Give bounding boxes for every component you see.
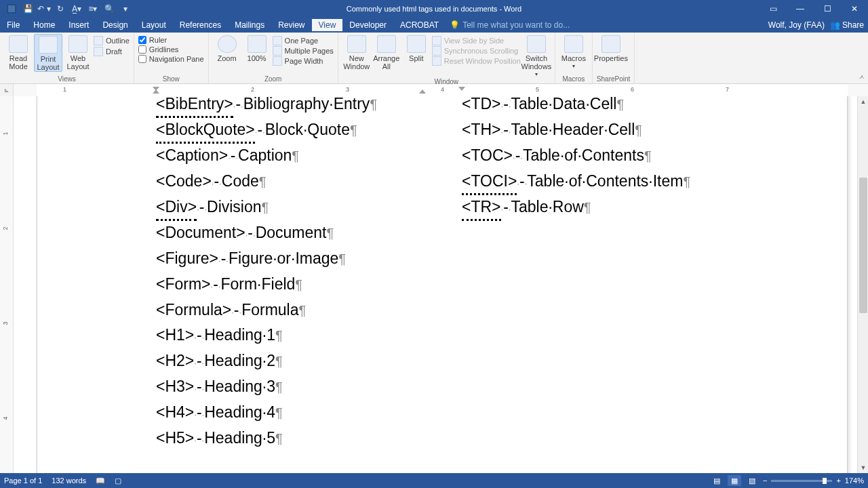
word-icon[interactable]	[4, 1, 19, 16]
properties-button[interactable]: Properties	[597, 34, 625, 62]
tab-developer[interactable]: Developer	[342, 19, 393, 31]
zoom-100-button[interactable]: 100%	[243, 34, 271, 62]
tab-review[interactable]: Review	[271, 19, 311, 31]
paragraph[interactable]: <Figure>·-·Figure·or·Image¶	[156, 246, 448, 272]
paragraph[interactable]: <Div>·-·Division¶	[156, 195, 448, 220]
paragraph[interactable]: <Form>·-·Form·Field¶	[156, 272, 448, 298]
zoom-100-icon	[248, 35, 267, 53]
paragraph[interactable]: <H3>·-·Heading·3¶	[156, 374, 448, 400]
svg-marker-4	[419, 89, 426, 94]
zoom-percent[interactable]: 174%	[845, 476, 864, 485]
scroll-up-icon[interactable]: ▲	[858, 96, 868, 107]
page: <BibEntry>·-·Bibliography·Entry¶<BlockQu…	[37, 96, 848, 473]
column-marker[interactable]	[419, 84, 426, 96]
paragraph[interactable]: <Caption>·-·Caption¶	[156, 143, 448, 169]
word-count[interactable]: 132 words	[52, 476, 86, 485]
tab-layout[interactable]: Layout	[135, 19, 173, 31]
arrange-all-button[interactable]: Arrange All	[372, 34, 401, 70]
paragraph[interactable]: <TD>·-·Table·Data·Cell¶	[462, 96, 753, 117]
maximize-icon[interactable]: ☐	[814, 0, 841, 18]
collapse-ribbon-icon[interactable]: ㅅ	[859, 73, 865, 82]
web-layout-button[interactable]: Web Layout	[64, 34, 92, 70]
paragraph[interactable]: <TR>·-·Table·Row¶	[462, 195, 753, 220]
page-area[interactable]: <BibEntry>·-·Bibliography·Entry¶<BlockQu…	[14, 96, 857, 473]
tab-acrobat[interactable]: ACROBAT	[393, 19, 446, 31]
outline-icon	[94, 36, 103, 45]
view-print-icon[interactable]: ▦	[728, 475, 741, 486]
format-icon[interactable]: A̲▾	[69, 1, 84, 16]
tab-mailings[interactable]: Mailings	[228, 19, 271, 31]
paragraph[interactable]: <H5>·-·Heading·5¶	[156, 426, 448, 451]
spacing-icon[interactable]: ≡▾	[85, 1, 100, 16]
share-button[interactable]: 👥 Share	[830, 20, 864, 30]
scroll-down-icon[interactable]: ▼	[858, 462, 868, 473]
page-width-button[interactable]: Page Width	[273, 56, 334, 66]
paragraph[interactable]: <H4>·-·Heading·4¶	[156, 400, 448, 426]
paragraph[interactable]: <H2>·-·Heading·2¶	[156, 348, 448, 374]
ribbon: Read Mode Print Layout Web Layout Outlin…	[0, 33, 868, 84]
ribbon-options-icon[interactable]: ▭	[760, 0, 787, 18]
qat-more-icon[interactable]: ▾	[118, 1, 133, 16]
tab-insert[interactable]: Insert	[62, 19, 96, 31]
paragraph[interactable]: <BibEntry>·-·Bibliography·Entry¶	[156, 96, 448, 117]
quick-access-toolbar: 💾 ↶ ▾ ↻ A̲▾ ≡▾ 🔍 ▾	[0, 1, 133, 16]
navigation-pane-checkbox[interactable]: Navigation Pane	[138, 55, 204, 63]
tab-home[interactable]: Home	[26, 19, 62, 31]
print-layout-icon	[39, 36, 58, 54]
zoom-icon	[218, 35, 237, 53]
macros-button[interactable]: Macros▾	[559, 34, 588, 70]
indent-marker[interactable]	[153, 84, 159, 96]
preview-icon[interactable]: 🔍	[102, 1, 117, 16]
zoom-thumb[interactable]	[823, 478, 827, 484]
gridlines-checkbox[interactable]: Gridlines	[138, 45, 204, 54]
paragraph[interactable]: <TOC>·-·Table·of·Contents¶	[462, 143, 753, 169]
tab-file[interactable]: File	[0, 19, 26, 31]
ruler-checkbox[interactable]: Ruler	[138, 36, 204, 44]
scrollbar-vertical[interactable]: ▲ ▼	[857, 96, 868, 473]
paragraph[interactable]: <BlockQuote>·-·Block·Quote¶	[156, 117, 448, 143]
outline-button[interactable]: Outline	[94, 36, 130, 45]
user-name[interactable]: Wolf, Joy (FAA)	[768, 20, 825, 30]
document-body[interactable]: <BibEntry>·-·Bibliography·Entry¶<BlockQu…	[37, 96, 847, 473]
page-indicator[interactable]: Page 1 of 1	[4, 476, 42, 485]
save-icon[interactable]: 💾	[20, 1, 35, 16]
one-page-button[interactable]: One Page	[273, 36, 334, 45]
paragraph[interactable]: <Formula>·-·Formula¶	[156, 298, 448, 323]
proofing-icon[interactable]: 📖	[96, 476, 105, 485]
side-by-side-icon	[432, 36, 441, 45]
draft-button[interactable]: Draft	[94, 47, 130, 56]
ruler-vertical[interactable]: 1 2 3 4	[0, 96, 14, 473]
zoom-slider[interactable]	[771, 480, 832, 482]
multiple-pages-button[interactable]: Multiple Pages	[273, 46, 334, 56]
paragraph[interactable]: <TH>·-·Table·Header·Cell¶	[462, 117, 753, 143]
tab-view[interactable]: View	[312, 19, 343, 31]
scroll-thumb[interactable]	[859, 178, 867, 313]
split-button[interactable]: Split	[402, 34, 431, 62]
view-web-icon[interactable]: ▧	[745, 475, 759, 486]
paragraph[interactable]: <Code>·-·Code¶	[156, 169, 448, 195]
tab-references[interactable]: References	[173, 19, 228, 31]
one-page-icon	[273, 36, 282, 45]
paragraph[interactable]: <Document>·-·Document¶	[156, 220, 448, 246]
tab-design[interactable]: Design	[96, 19, 134, 31]
document-title: Commonly used html tags used in document…	[347, 5, 521, 13]
zoom-button[interactable]: Zoom	[213, 34, 241, 62]
view-read-icon[interactable]: ▤	[710, 475, 724, 486]
ruler-num: 4	[441, 86, 444, 93]
read-mode-button[interactable]: Read Mode	[4, 34, 33, 70]
tell-me[interactable]: 💡 Tell me what you want to do...	[450, 20, 570, 30]
undo-icon[interactable]: ↶ ▾	[37, 1, 52, 16]
zoom-in-icon[interactable]: +	[836, 476, 840, 485]
paragraph[interactable]: <TOCI>·-·Table·of·Contents·Item¶	[462, 169, 753, 195]
indent-marker-right[interactable]	[458, 84, 465, 96]
paragraph[interactable]: <H1>·-·Heading·1¶	[156, 323, 448, 348]
ruler-horizontal[interactable]: ⊾ 1 1 2 3 4 5 6 7	[0, 84, 868, 96]
new-window-button[interactable]: New Window	[342, 34, 371, 70]
close-icon[interactable]: ✕	[841, 0, 868, 18]
switch-windows-button[interactable]: Switch Windows▾	[522, 34, 551, 78]
redo-icon[interactable]: ↻	[53, 1, 68, 16]
print-layout-button[interactable]: Print Layout	[34, 34, 62, 72]
macro-rec-icon[interactable]: ▢	[115, 476, 121, 485]
zoom-out-icon[interactable]: −	[763, 476, 767, 485]
minimize-icon[interactable]: —	[787, 0, 814, 18]
